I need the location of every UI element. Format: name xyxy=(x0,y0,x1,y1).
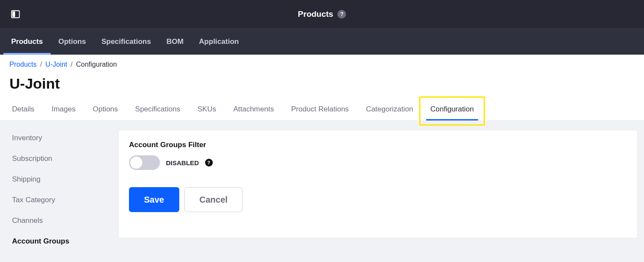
tab-images[interactable]: Images xyxy=(43,100,84,120)
tab-label: Product Relations xyxy=(291,105,349,113)
nav-label: BOM xyxy=(166,37,184,46)
button-label: Cancel xyxy=(199,195,228,205)
side-item-label: Subscription xyxy=(12,154,52,163)
tab-specifications[interactable]: Specifications xyxy=(126,100,189,120)
tab-configuration[interactable]: Configuration xyxy=(422,100,482,120)
toggle-knob xyxy=(130,157,142,169)
panel-toggle-icon[interactable] xyxy=(10,9,21,19)
app-title: Products xyxy=(298,9,333,19)
form-actions: Save Cancel xyxy=(129,187,627,212)
product-tabs: Details Images Options Specifications SK… xyxy=(0,100,644,121)
toggle-row: DISABLED ? xyxy=(129,155,627,170)
side-item-label: Account Groups xyxy=(12,237,69,245)
nav-application[interactable]: Application xyxy=(191,29,247,55)
tab-options[interactable]: Options xyxy=(84,100,127,120)
button-label: Save xyxy=(144,195,164,205)
nav-label: Products xyxy=(11,37,43,46)
nav-bom[interactable]: BOM xyxy=(159,29,191,55)
tab-categorization[interactable]: Categorization xyxy=(357,100,422,120)
tab-label: SKUs xyxy=(197,105,216,113)
tab-label: Details xyxy=(12,105,34,113)
breadcrumb-current: Configuration xyxy=(76,61,117,68)
side-item-label: Shipping xyxy=(12,175,40,183)
breadcrumb: Products / U-Joint / Configuration xyxy=(0,55,644,71)
side-item-label: Channels xyxy=(12,216,43,225)
nav-options[interactable]: Options xyxy=(51,29,94,55)
tab-label: Categorization xyxy=(366,105,413,113)
save-button[interactable]: Save xyxy=(129,187,179,212)
help-icon[interactable]: ? xyxy=(337,10,346,18)
side-item-inventory[interactable]: Inventory xyxy=(0,128,119,148)
side-item-tax-category[interactable]: Tax Category xyxy=(0,190,119,210)
breadcrumb-products[interactable]: Products xyxy=(9,61,37,68)
nav-label: Application xyxy=(199,37,239,46)
side-nav: Inventory Subscription Shipping Tax Cate… xyxy=(0,121,119,262)
topbar: Products ? xyxy=(0,0,644,29)
side-item-channels[interactable]: Channels xyxy=(0,210,119,231)
nav-label: Options xyxy=(58,37,86,46)
nav-specifications[interactable]: Specifications xyxy=(94,29,159,55)
tab-product-relations[interactable]: Product Relations xyxy=(282,100,357,120)
side-item-shipping[interactable]: Shipping xyxy=(0,169,119,190)
nav-label: Specifications xyxy=(101,37,151,46)
breadcrumb-ujoint[interactable]: U-Joint xyxy=(46,61,67,68)
tab-label: Configuration xyxy=(430,105,474,113)
nav-products[interactable]: Products xyxy=(3,29,51,55)
tab-label: Specifications xyxy=(135,105,180,113)
side-item-account-groups[interactable]: Account Groups xyxy=(0,231,119,252)
side-item-subscription[interactable]: Subscription xyxy=(0,148,119,169)
tab-label: Options xyxy=(93,105,118,113)
side-item-label: Tax Category xyxy=(12,196,55,204)
tab-details[interactable]: Details xyxy=(3,100,43,120)
cancel-button[interactable]: Cancel xyxy=(184,187,243,212)
info-icon[interactable]: ? xyxy=(205,159,213,166)
svg-rect-1 xyxy=(12,12,15,17)
tab-skus[interactable]: SKUs xyxy=(189,100,224,120)
tab-label: Attachments xyxy=(233,105,274,113)
page-title: U-Joint xyxy=(0,71,644,100)
tab-label: Images xyxy=(52,105,76,113)
breadcrumb-separator: / xyxy=(71,61,72,68)
account-groups-filter-toggle[interactable] xyxy=(129,155,160,170)
main-nav: Products Options Specifications BOM Appl… xyxy=(0,29,644,55)
account-groups-card: Account Groups Filter DISABLED ? Save Ca… xyxy=(119,130,637,238)
content-area: Inventory Subscription Shipping Tax Cate… xyxy=(0,121,644,262)
toggle-state-label: DISABLED xyxy=(166,159,199,166)
field-label-account-groups-filter: Account Groups Filter xyxy=(129,141,627,149)
main-panel: Account Groups Filter DISABLED ? Save Ca… xyxy=(119,121,644,262)
tab-attachments[interactable]: Attachments xyxy=(225,100,283,120)
side-item-label: Inventory xyxy=(12,134,42,142)
page-header-title: Products ? xyxy=(298,9,346,19)
breadcrumb-separator: / xyxy=(40,61,42,68)
